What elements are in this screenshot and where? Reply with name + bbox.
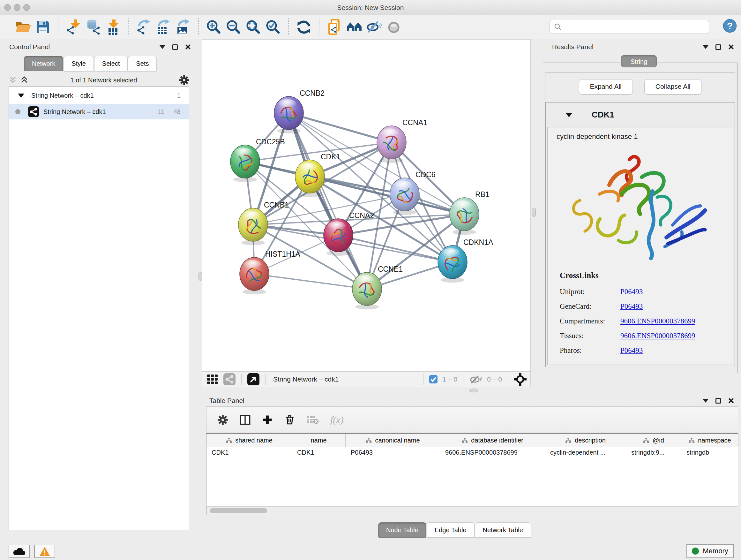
right-splitter[interactable]	[531, 39, 536, 387]
network-edge-HIST1H1A-CCNE1[interactable]	[254, 274, 367, 289]
column-header-canonical-name[interactable]: canonical name	[346, 434, 440, 447]
left-splitter-handle[interactable]	[199, 272, 202, 281]
control-panel-close-icon[interactable]	[185, 44, 191, 50]
results-panel-menu-icon[interactable]	[703, 45, 709, 49]
hidden-eye-slash-icon[interactable]	[469, 374, 482, 384]
table-settings-gear-icon[interactable]	[217, 415, 228, 425]
tab-edge-table[interactable]: Edge Table	[427, 522, 475, 538]
column-header-shared-name[interactable]: shared name	[206, 434, 292, 447]
results-panel-float-icon[interactable]	[716, 44, 721, 50]
gene-description: cyclin-dependent kinase 1	[556, 132, 733, 141]
control-panel-menu-icon[interactable]	[159, 45, 165, 49]
open-folder-icon	[15, 19, 31, 36]
export-table-button[interactable]	[153, 17, 173, 37]
zoom-selected-button[interactable]	[263, 17, 283, 37]
crosslink-link[interactable]: P06493	[620, 347, 643, 355]
network-collection-row[interactable]: String Network – cdk1 1	[9, 87, 189, 104]
import-database-button[interactable]	[83, 17, 103, 37]
network-row[interactable]: String Network – cdk1 11 48	[9, 104, 189, 119]
table-panel-title: Table Panel	[209, 393, 245, 408]
network-node-CCNA2[interactable]	[324, 219, 353, 256]
open-in-window-icon[interactable]	[247, 373, 259, 385]
string-home-button[interactable]	[344, 17, 364, 37]
horizontal-splitter[interactable]	[202, 387, 741, 393]
network-node-CDC25B[interactable]	[230, 145, 260, 182]
crosslink-link[interactable]: 9606.ENSP00000378699	[620, 332, 695, 340]
network-node-HIST1H1A[interactable]	[240, 257, 269, 294]
crosslink-link[interactable]: 9606.ENSP00000378699	[620, 317, 695, 325]
export-image-button[interactable]	[173, 17, 193, 37]
network-edge-CCNA2-CDKN1A[interactable]	[338, 235, 453, 262]
hide-panels-button[interactable]	[364, 17, 384, 37]
horizontal-splitter-handle[interactable]	[469, 388, 478, 392]
collapse-all-button[interactable]: Collapse All	[644, 79, 702, 95]
show-columns-icon[interactable]	[240, 415, 251, 425]
tab-string[interactable]: String	[621, 55, 657, 67]
zoom-out-button[interactable]	[224, 17, 244, 37]
table-panel-menu-icon[interactable]	[703, 399, 709, 402]
cloud-button[interactable]	[9, 545, 30, 558]
node-section-collapse-icon[interactable]	[565, 113, 572, 117]
tab-network[interactable]: Network	[24, 56, 63, 71]
network-options-gear-icon[interactable]	[179, 75, 189, 85]
network-edge-CCNB2-CCNE1[interactable]	[289, 113, 367, 289]
expand-all-button[interactable]: Expand All	[579, 79, 633, 95]
tab-sets[interactable]: Sets	[128, 56, 157, 71]
network-node-CCNB1[interactable]	[239, 208, 268, 245]
import-table-button[interactable]	[103, 17, 123, 37]
duplicate-network-button[interactable]	[325, 17, 344, 37]
open-folder-button[interactable]	[13, 17, 33, 37]
string-view-icon[interactable]	[223, 373, 235, 385]
table-hscrollbar[interactable]	[206, 506, 738, 515]
node-table[interactable]: shared namenamecanonical namedatabase id…	[206, 433, 738, 515]
column-header--id[interactable]: @id	[626, 434, 681, 447]
table-panel-float-icon[interactable]	[716, 398, 721, 403]
birdseye-icon[interactable]	[514, 373, 527, 386]
table-hscrollbar-thumb[interactable]	[210, 508, 267, 513]
column-header-database-identifier[interactable]: database identifier	[440, 434, 545, 447]
right-splitter-handle[interactable]	[532, 208, 536, 217]
network-node-CCNE1[interactable]	[352, 272, 382, 309]
tab-select[interactable]: Select	[94, 56, 128, 71]
presentation-button[interactable]	[384, 17, 404, 37]
network-node-CDKN1A[interactable]	[438, 246, 467, 283]
memory-button[interactable]: Memory	[686, 544, 734, 558]
column-header-name[interactable]: name	[292, 434, 346, 447]
delete-column-icon[interactable]	[284, 415, 295, 425]
duplicate-network-icon	[326, 19, 343, 36]
collection-expand-icon[interactable]	[18, 94, 24, 98]
import-network-button[interactable]	[64, 17, 83, 37]
network-node-RB1[interactable]	[450, 198, 479, 235]
crosslink-link[interactable]: P06493	[620, 302, 643, 311]
save-button[interactable]	[33, 17, 53, 37]
tab-network-table[interactable]: Network Table	[475, 522, 531, 538]
zoom-fit-button[interactable]	[244, 17, 263, 37]
left-splitter[interactable]	[198, 39, 202, 540]
network-node-CCNA1[interactable]	[377, 126, 406, 163]
grid-view-icon[interactable]	[207, 374, 218, 385]
column-header-description[interactable]: description	[545, 434, 626, 447]
network-tree: String Network – cdk1 1 String Network –…	[9, 86, 189, 530]
add-column-icon[interactable]	[262, 415, 273, 425]
network-canvas[interactable]: CCNB2CCNA1CDC25BCDK1CDC6RB1CCNB1CCNA2CDK…	[202, 39, 531, 371]
expand-all-icon[interactable]	[20, 76, 28, 84]
results-panel-close-icon[interactable]	[728, 44, 734, 50]
column-header-namespace[interactable]: namespace	[681, 434, 738, 447]
export-network-button[interactable]	[134, 17, 153, 37]
crosslink-link[interactable]: P06493	[620, 288, 643, 296]
collapse-all-icon[interactable]	[9, 76, 17, 84]
selected-checkbox-icon[interactable]	[429, 375, 437, 383]
table-panel-close-icon[interactable]	[728, 398, 734, 403]
help-button[interactable]: ?	[722, 18, 738, 34]
titlebar: Session: New Session	[0, 0, 741, 15]
table-row[interactable]: CDK1CDK1P064939606.ENSP00000378699cyclin…	[206, 447, 738, 459]
tab-style[interactable]: Style	[64, 56, 93, 71]
refresh-button[interactable]	[294, 17, 314, 37]
help-icon: ?	[722, 18, 738, 34]
network-node-CCNB2[interactable]	[274, 97, 304, 133]
search-input[interactable]	[549, 20, 709, 34]
tab-node-table[interactable]: Node Table	[378, 522, 426, 538]
zoom-in-button[interactable]	[204, 17, 224, 37]
control-panel-float-icon[interactable]	[172, 44, 178, 50]
warnings-button[interactable]	[34, 545, 55, 558]
